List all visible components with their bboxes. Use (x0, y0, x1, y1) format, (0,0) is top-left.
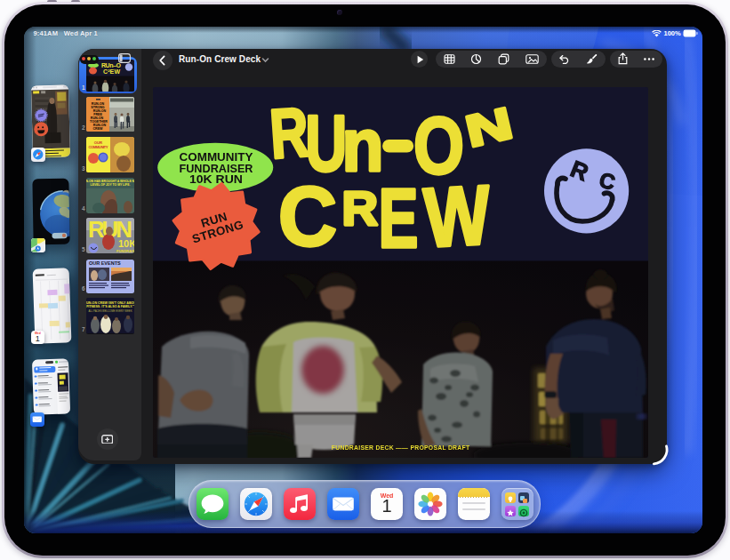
svg-text:ALL PACES WELCOME EVERY WEEK: ALL PACES WELCOME EVERY WEEK (89, 309, 132, 313)
svg-text:FUNDRAISER DECK —— PROPOSAL DR: FUNDRAISER DECK —— PROPOSAL DRAFT (332, 444, 470, 450)
svg-text:W: W (422, 167, 493, 264)
svg-text:C²EW: C²EW (103, 68, 120, 75)
svg-text:LEVEL OF JOY TO MY LIFE.: LEVEL OF JOY TO MY LIFE. (91, 183, 131, 187)
svg-text:OUR EVENTS: OUR EVENTS (89, 260, 121, 266)
svg-text:"RUN-ON CREW ISN'T ONLY ABOUT: "RUN-ON CREW ISN'T ONLY ABOUT (86, 301, 134, 305)
svg-text:CREW: CREW (93, 127, 104, 131)
svg-text:COMMUNITY: COMMUNITY (89, 145, 108, 149)
svg-text:10K RUN: 10K RUN (189, 172, 243, 185)
svg-text:FUNDRAISER: FUNDRAISER (116, 249, 134, 253)
svg-text:E: E (379, 171, 419, 265)
svg-text:R: R (342, 182, 379, 235)
svg-text:C: C (278, 169, 337, 262)
svg-text:10K: 10K (118, 238, 134, 249)
svg-text:FITNESS. IT'S ALSO A FAMILY.": FITNESS. IT'S ALSO A FAMILY." (86, 306, 134, 309)
svg-text:n: n (342, 104, 384, 186)
